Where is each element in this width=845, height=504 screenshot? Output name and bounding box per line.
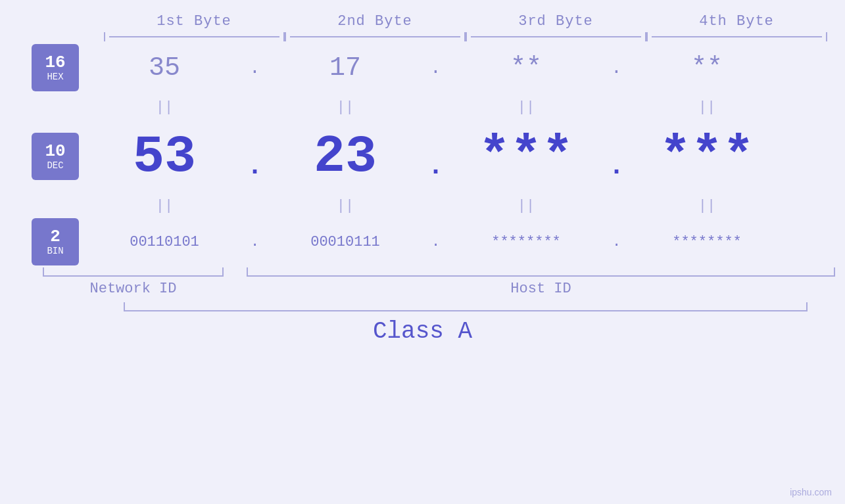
top-brackets — [43, 32, 845, 41]
dec-val-2: 23 — [266, 127, 424, 187]
hex-val-4: ** — [628, 53, 786, 83]
eq-1-4: || — [628, 99, 786, 116]
class-label: Class A — [0, 318, 845, 345]
bracket-4 — [646, 32, 827, 41]
host-id-label: Host ID — [247, 281, 835, 297]
bracket-1 — [104, 32, 285, 41]
hex-row: 35 . 17 . ** . ** — [85, 41, 845, 94]
byte-header-2: 2nd Byte — [285, 13, 466, 30]
bracket-3 — [466, 32, 646, 41]
eq-2-1: || — [85, 198, 243, 214]
eq-row-1: || || || || — [85, 94, 845, 120]
hex-val-3: ** — [447, 53, 605, 83]
hex-badge-label: HEX — [47, 72, 63, 82]
bottom-brackets-row — [43, 267, 845, 277]
hex-val-1: 35 — [85, 53, 243, 83]
eq-2-3: || — [447, 198, 605, 214]
rows-container: 16 HEX 10 DEC 2 BIN — [0, 41, 845, 265]
bin-badge-label: BIN — [47, 246, 63, 256]
eq-row-2: || || || || — [85, 193, 845, 219]
dec-val-3: *** — [447, 127, 605, 187]
dec-val-1: 53 — [85, 127, 243, 187]
dec-badge-num: 10 — [45, 142, 65, 161]
dec-dot-2: . — [424, 132, 447, 181]
byte-header-1: 1st Byte — [104, 13, 285, 30]
bin-val-3: ******** — [447, 234, 605, 250]
bin-badge: 2 BIN — [32, 218, 79, 265]
dec-badge-label: DEC — [47, 160, 63, 171]
bin-val-2: 00010111 — [266, 234, 424, 250]
badges-column: 16 HEX 10 DEC 2 BIN — [0, 41, 85, 265]
bin-dot-3: . — [605, 234, 628, 250]
bin-dot-1: . — [243, 234, 266, 250]
hex-dot-2: . — [424, 58, 447, 78]
host-id-bracket — [247, 267, 835, 277]
byte-header-3: 3rd Byte — [466, 13, 646, 30]
hex-dot-3: . — [605, 58, 628, 78]
eq-1-2: || — [266, 99, 424, 116]
dec-dot-3: . — [605, 132, 628, 181]
byte-header-4: 4th Byte — [646, 13, 827, 30]
dec-val-4: *** — [628, 127, 786, 187]
hex-badge-num: 16 — [45, 53, 65, 72]
byte-headers: 1st Byte 2nd Byte 3rd Byte 4th Byte — [43, 0, 845, 30]
hex-dot-1: . — [243, 58, 266, 78]
eq-1-3: || — [447, 99, 605, 116]
dec-row: 53 . 23 . *** . *** — [85, 120, 845, 193]
big-bottom-bracket — [124, 302, 808, 311]
network-id-label: Network ID — [43, 281, 224, 297]
dec-badge: 10 DEC — [32, 133, 79, 180]
bin-val-1: 00110101 — [85, 234, 243, 250]
id-labels-row: Network ID Host ID — [43, 281, 845, 297]
main-container: 1st Byte 2nd Byte 3rd Byte 4th Byte — [0, 0, 845, 504]
bin-val-4: ******** — [628, 234, 786, 250]
bracket-2 — [285, 32, 466, 41]
eq-2-4: || — [628, 198, 786, 214]
bin-dot-2: . — [424, 234, 447, 250]
watermark: ipshu.com — [790, 487, 832, 497]
eq-1-1: || — [85, 99, 243, 116]
bin-badge-num: 2 — [50, 227, 60, 246]
hex-val-2: 17 — [266, 53, 424, 83]
values-rows: 35 . 17 . ** . ** || || — [85, 41, 845, 265]
dec-dot-1: . — [243, 132, 266, 181]
bin-row: 00110101 . 00010111 . ******** . *******… — [85, 219, 845, 265]
eq-2-2: || — [266, 198, 424, 214]
hex-badge: 16 HEX — [32, 44, 79, 91]
net-id-bracket — [43, 267, 224, 277]
